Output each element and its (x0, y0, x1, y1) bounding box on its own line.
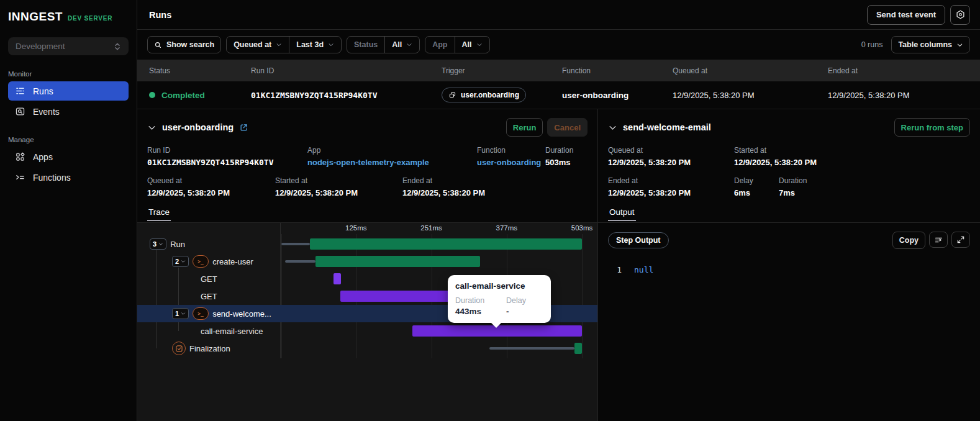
tab-output[interactable]: Output (608, 204, 636, 221)
sidebar-item-label: Events (33, 107, 60, 117)
trace-row-tree: 3Run (150, 235, 185, 253)
run-details-panel: user-onboarding Rerun Cancel Run ID 01KC… (137, 109, 598, 421)
step-title: send-welcome-email (623, 122, 711, 132)
app-filter-group: App All (425, 36, 489, 53)
trace-span-bar[interactable] (315, 256, 481, 267)
step-output-badge[interactable]: Step Output (608, 232, 669, 248)
trace-delay-bar[interactable] (281, 243, 310, 245)
status-filter-dropdown[interactable]: All (384, 37, 419, 53)
time-filter-group: Queued at Last 3d (226, 36, 342, 53)
table-columns-button[interactable]: Table columns (891, 36, 970, 53)
sidebar-item-apps[interactable]: Apps (8, 147, 129, 166)
trace-delay-bar[interactable] (285, 260, 315, 263)
trace-row-label: call-email-service (201, 327, 263, 336)
output-code-line: 1 null (608, 265, 970, 274)
trace-span-bar[interactable] (574, 343, 583, 354)
trace-row[interactable]: Finalization (137, 340, 597, 357)
function-field: Function user-onboarding (477, 146, 545, 167)
expand-button[interactable] (951, 232, 970, 248)
rerun-button[interactable]: Rerun (506, 118, 543, 137)
topbar: Runs Send test event (137, 0, 980, 30)
trigger-pill[interactable]: user.onboarding (442, 88, 526, 102)
chevron-down-icon (328, 42, 334, 48)
tab-trace[interactable]: Trace (147, 204, 171, 221)
search-icon (154, 41, 162, 49)
sidebar-item-runs[interactable]: Runs (8, 81, 129, 101)
sidebar-item-label: Functions (33, 173, 71, 183)
external-link-icon[interactable] (239, 123, 248, 132)
trace-row-tree: Finalization (172, 340, 230, 357)
inngest-logo: INNGEST (8, 10, 63, 24)
function-cell: user-onboarding (562, 91, 673, 100)
queued-at-field: Queued at 12/9/2025, 5:38:20 PM (147, 176, 275, 197)
sidebar-item-label: Apps (33, 152, 53, 162)
trace-row[interactable]: call-email-service (137, 322, 597, 340)
wrap-text-button[interactable] (929, 232, 948, 248)
app-filter-dropdown[interactable]: All (455, 37, 489, 53)
step-delay-field: Delay 6ms (734, 176, 779, 197)
cancel-button[interactable]: Cancel (547, 118, 588, 137)
trace-row-label: GET (201, 274, 217, 284)
step-details-tabbar: Output (598, 204, 980, 223)
axis-tick-label: 377ms (496, 224, 518, 232)
status-filter-label: Status (347, 37, 384, 53)
chevron-down-icon[interactable] (147, 123, 157, 132)
send-test-event-button[interactable]: Send test event (867, 5, 945, 25)
run-id-value: 01KC1ZMSBNY9ZQT415RP94K0TV (147, 158, 307, 167)
child-count-badge[interactable]: 1 (172, 308, 189, 319)
step-duration-field: Duration 7ms (779, 176, 970, 197)
tooltip-title: call-email-service (455, 281, 543, 291)
output-section: Step Output Copy (598, 223, 980, 421)
time-range-dropdown[interactable]: Last 3d (289, 37, 341, 53)
show-search-button[interactable]: Show search (147, 36, 221, 53)
functions-icon (15, 172, 25, 183)
trace-row[interactable]: 2>_create-user (137, 253, 597, 270)
trigger-cell: user.onboarding (442, 88, 562, 102)
page-title: Runs (149, 10, 171, 20)
trace-span-bar[interactable] (340, 291, 455, 302)
copy-button[interactable]: Copy (892, 232, 925, 249)
col-trigger: Trigger (442, 66, 562, 75)
chevron-down-icon (956, 42, 963, 48)
trace-row[interactable]: 3Run (137, 235, 597, 253)
main-area: Runs Send test event (137, 0, 980, 421)
settings-button[interactable] (950, 5, 970, 25)
started-at-field: Started at 12/9/2025, 5:38:20 PM (275, 176, 402, 197)
chevron-down-icon[interactable] (608, 123, 617, 132)
ended-at-field: Ended at 12/9/2025, 5:38:20 PM (402, 176, 588, 197)
trace-span-bar[interactable] (310, 238, 582, 250)
queued-at-cell: 12/9/2025, 5:38:20 PM (673, 91, 828, 100)
step-details-panel: send-welcome-email Rerun from step Queue… (598, 109, 980, 421)
table-row[interactable]: Completed 01KC1ZMSBNY9ZQT415RP94K0TV use… (137, 81, 980, 109)
sidebar-item-functions[interactable]: Functions (8, 168, 129, 187)
function-link[interactable]: user-onboarding (477, 158, 545, 167)
child-count-badge[interactable]: 2 (172, 256, 189, 267)
run-details-tabbar: Trace (137, 204, 597, 223)
sidebar-item-label: Runs (33, 86, 53, 96)
workspace-select[interactable]: Development (8, 37, 129, 55)
details-area: user-onboarding Rerun Cancel Run ID 01KC… (137, 109, 980, 421)
run-status: Completed (149, 91, 251, 100)
col-function: Function (562, 66, 673, 75)
trace-delay-bar[interactable] (489, 347, 574, 350)
col-status: Status (149, 66, 251, 75)
section-label-monitor: Monitor (8, 70, 129, 78)
trace-row-tree: call-email-service (201, 322, 263, 340)
trace-row-tree: 2>_create-user (172, 253, 253, 270)
rerun-from-step-button[interactable]: Rerun from step (894, 118, 970, 137)
chevron-down-icon (158, 242, 163, 247)
status-dot (149, 92, 155, 98)
time-field-dropdown[interactable]: Queued at (227, 37, 289, 53)
output-value: null (634, 265, 653, 274)
trace-span-bar[interactable] (333, 273, 342, 284)
sidebar-item-events[interactable]: Events (8, 102, 129, 121)
expand-icon (956, 235, 965, 244)
chevron-down-icon (276, 42, 282, 48)
child-count-badge[interactable]: 3 (150, 238, 166, 250)
app-link[interactable]: nodejs-open-telemetry-example (307, 158, 477, 167)
section-label-manage: Manage (8, 136, 129, 143)
run-id-cell: 01KC1ZMSBNY9ZQT415RP94K0TV (251, 91, 442, 100)
trace-row-label: Finalization (189, 344, 230, 353)
workspace-select-value: Development (16, 42, 65, 51)
run-id-field: Run ID 01KC1ZMSBNY9ZQT415RP94K0TV (147, 146, 307, 167)
